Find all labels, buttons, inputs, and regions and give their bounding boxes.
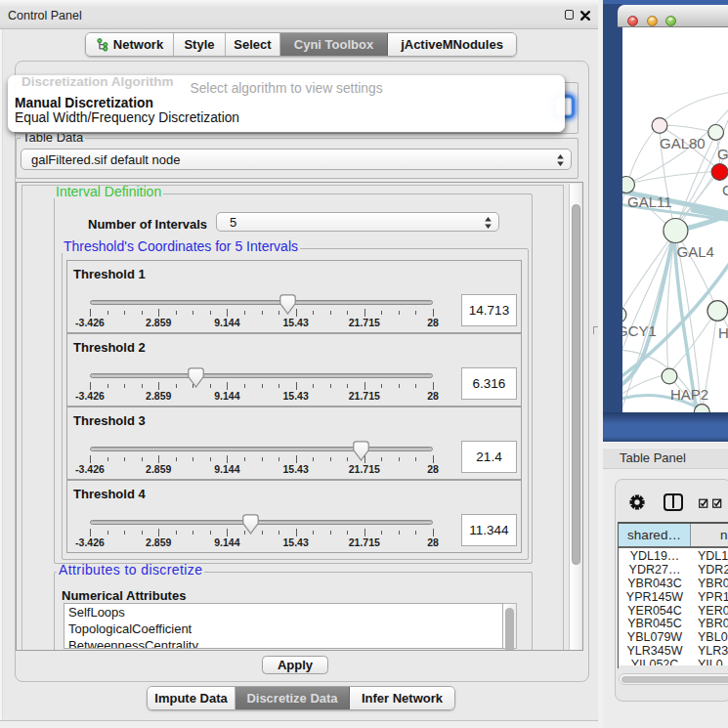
- slider-minor-tick: [176, 384, 177, 388]
- table-row[interactable]: YLR345WYLR3: [619, 644, 728, 658]
- numerical-attributes-list[interactable]: SelfLoopsTopologicalCoefficientBetweenne…: [64, 603, 503, 649]
- tab-style[interactable]: Style: [174, 33, 226, 56]
- tab-label: Cyni Toolbox: [294, 37, 373, 52]
- slider-minor-tick: [399, 531, 400, 535]
- table-row[interactable]: YDL19…YDL1: [619, 549, 728, 563]
- network-node-gal11[interactable]: [622, 177, 635, 193]
- slider-track[interactable]: [90, 373, 433, 378]
- slider-thumb[interactable]: [353, 441, 369, 461]
- table-row[interactable]: YPR145WYPR1: [619, 590, 728, 604]
- threshold-value-field[interactable]: 21.4: [461, 441, 517, 473]
- network-window-titlebar[interactable]: [618, 5, 728, 27]
- table-row[interactable]: YBL079WYBL0: [619, 630, 728, 644]
- cell-name: YDL1: [691, 549, 728, 563]
- table-horizontal-scrollbar[interactable]: [619, 673, 728, 685]
- table-row[interactable]: YIL052CYIL0: [619, 658, 728, 665]
- slider-minor-tick: [210, 311, 211, 315]
- slider-thumb[interactable]: [242, 514, 259, 535]
- slider-minor-tick: [347, 384, 348, 388]
- attribute-list-item[interactable]: TopologicalCoefficient: [64, 621, 502, 637]
- slider-track[interactable]: [90, 447, 433, 451]
- close-traffic-light[interactable]: [627, 16, 638, 26]
- slider-minor-tick: [142, 311, 143, 315]
- tab-jactivemnodules[interactable]: jActiveMNodules: [388, 33, 516, 56]
- tab-select[interactable]: Select: [226, 33, 280, 56]
- threshold-value-field[interactable]: 6.316: [461, 367, 517, 400]
- slider-tick-label: 15.43: [275, 317, 318, 328]
- network-edge-thick[interactable]: [622, 241, 672, 390]
- attribute-list-item[interactable]: SelfLoops: [64, 604, 502, 621]
- path-shape: [354, 442, 368, 460]
- network-node-c[interactable]: [711, 164, 728, 181]
- slider-minor-tick: [399, 311, 400, 315]
- checkbox-checked-icon[interactable]: [712, 498, 722, 508]
- slider-minor-tick: [381, 384, 382, 388]
- apply-button[interactable]: Apply: [262, 656, 328, 674]
- network-canvas[interactable]: GAL80GACGAL11GAL4GCY1HHAP2: [622, 27, 728, 412]
- slider-tick-label: 28: [411, 536, 454, 548]
- path-shape: [701, 499, 707, 505]
- network-node-hap2[interactable]: [662, 368, 677, 384]
- checkbox-checked-icon[interactable]: [699, 498, 708, 508]
- split-columns-icon[interactable]: [664, 493, 683, 511]
- network-node-gcy1[interactable]: [622, 307, 626, 322]
- zoom-traffic-light[interactable]: [665, 16, 676, 26]
- network-node-gal80[interactable]: [652, 118, 667, 134]
- popup-item-manual-discretization[interactable]: Manual Discretization: [8, 96, 565, 110]
- slider-track[interactable]: [90, 300, 433, 305]
- control-panel-titlebar[interactable]: Control Panel: [0, 0, 598, 29]
- table-row[interactable]: YBR045CYBR0: [619, 617, 728, 630]
- network-node-ga[interactable]: [708, 125, 724, 141]
- settings-scrollbar[interactable]: [569, 184, 583, 651]
- network-view-window: GAL80GACGAL11GAL4GCY1HHAP2: [618, 5, 728, 412]
- slider-tick-label: 9.144: [205, 463, 248, 475]
- table-body: YDL19…YDL1YDR27…YDR2YBR043CYBR0YPR145WYP…: [619, 546, 728, 665]
- slider-thumb[interactable]: [188, 367, 204, 388]
- tab-network[interactable]: Network: [86, 33, 174, 56]
- float-window-icon[interactable]: [565, 10, 574, 20]
- slider-tick-label: 2.859: [137, 390, 180, 402]
- threshold-value-field[interactable]: 11.344: [461, 514, 517, 546]
- slider-tick-label: -3.426: [68, 536, 111, 548]
- slider-thumb[interactable]: [279, 294, 296, 315]
- network-edge[interactable]: [627, 125, 660, 184]
- tab-cyni-toolbox[interactable]: Cyni Toolbox: [280, 33, 388, 56]
- slider-tick-label: 21.715: [343, 463, 386, 475]
- table-horizontal-scrollbar-thumb[interactable]: [621, 676, 728, 683]
- table-row[interactable]: YBR043CYBR0: [619, 577, 728, 590]
- settings-scrollbar-thumb[interactable]: [572, 204, 580, 565]
- table-row[interactable]: YER054CYER0: [619, 604, 728, 618]
- slider-minor-tick: [381, 531, 382, 535]
- threshold-value-field[interactable]: 14.713: [461, 294, 517, 326]
- network-node-gal4[interactable]: [664, 219, 688, 243]
- close-icon[interactable]: [580, 11, 590, 21]
- table-row[interactable]: YDR27…YDR2: [619, 563, 728, 577]
- slider-minor-tick: [399, 384, 400, 388]
- network-edge-thick[interactable]: [622, 260, 728, 381]
- slider-minor-tick: [262, 311, 263, 315]
- slider-major-tick: [90, 382, 91, 390]
- algorithm-dropdown-popup: Discretization Algorithm Select algorith…: [8, 75, 565, 132]
- attributes-list-scrollbar[interactable]: [503, 603, 517, 649]
- number-of-intervals-combo[interactable]: 5: [216, 212, 499, 232]
- slider-track[interactable]: [90, 520, 433, 525]
- tab-discretize-data[interactable]: Discretize Data: [236, 687, 350, 709]
- network-edge[interactable]: [660, 92, 728, 125]
- tab-infer-network[interactable]: Infer Network: [350, 687, 454, 709]
- table-data-combo[interactable]: galFiltered.sif default node: [21, 149, 572, 170]
- column-header-name[interactable]: name: [691, 524, 728, 546]
- column-header-shared[interactable]: shared…: [619, 524, 691, 546]
- cell-shared-name: YBR043C: [619, 577, 691, 590]
- popup-item-prompt[interactable]: Select algorithm to view settings: [8, 81, 565, 96]
- attribute-list-item[interactable]: BetweennessCentrality: [64, 637, 502, 649]
- network-node-label: C: [722, 182, 728, 198]
- popup-item-equal-width-frequency[interactable]: Equal Width/Frequency Discretization: [8, 110, 565, 125]
- slider-tick-label: 2.859: [137, 536, 180, 548]
- tab-impute-data[interactable]: Impute Data: [148, 687, 236, 709]
- cell-name: YBL0: [691, 630, 728, 644]
- minimize-traffic-light[interactable]: [647, 16, 658, 26]
- network-node-h[interactable]: [707, 301, 728, 321]
- slider-major-tick: [158, 382, 159, 390]
- attributes-list-scrollbar-thumb[interactable]: [505, 608, 514, 651]
- gear-icon[interactable]: [628, 493, 646, 511]
